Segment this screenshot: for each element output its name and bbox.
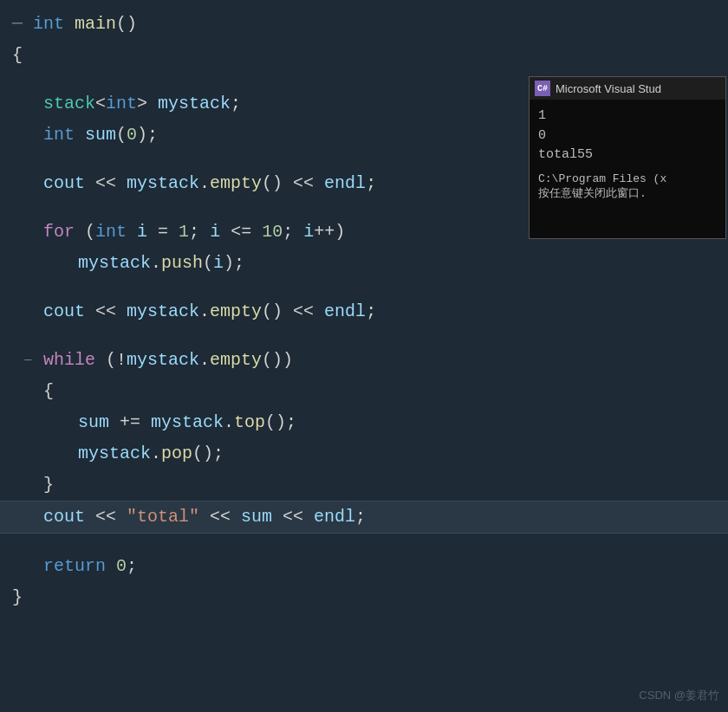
console-app-icon: C# (535, 81, 550, 96)
console-path: C:\Program Files (x (538, 172, 717, 185)
code-line-push: mystack.push(i); (0, 248, 728, 279)
fold-icon: ─ (12, 9, 33, 40)
code-line-blank4 (0, 279, 728, 296)
console-output-3: total55 (538, 146, 717, 165)
code-line-sum-plus: sum += mystack.top(); (0, 407, 728, 438)
code-line-blank5 (0, 327, 728, 345)
code-editor: C# Microsoft Visual Stud 1 0 total55 C:\… (0, 0, 728, 712)
console-title: Microsoft Visual Stud (556, 82, 661, 95)
console-popup: C# Microsoft Visual Stud 1 0 total55 C:\… (529, 76, 726, 239)
code-line-blank6 (0, 534, 728, 551)
code-line-while-open: { (0, 376, 728, 407)
code-line-return: return 0; (0, 551, 728, 582)
code-line-cout3: cout << "total" << sum << endl; (0, 502, 728, 534)
console-titlebar: C# Microsoft Visual Stud (530, 77, 725, 100)
code-line-while: ─ while (!mystack.empty()) (0, 345, 728, 376)
code-line-open-brace: { (0, 40, 728, 71)
console-body: 1 0 total55 C:\Program Files (x 按任意键关闭此窗… (530, 100, 725, 238)
code-line-pop: mystack.pop(); (0, 438, 728, 469)
code-line-cout2: cout << mystack.empty() << endl; (0, 296, 728, 327)
code-line-close-brace: } (0, 582, 728, 613)
while-fold-icon: ─ (24, 345, 39, 376)
console-output-1: 1 (538, 107, 717, 126)
console-output-2: 0 (538, 126, 717, 146)
console-close-hint: 按任意键关闭此窗口. (538, 185, 717, 201)
watermark: CSDN @姜君竹 (639, 688, 719, 703)
code-line-main-decl: ─ int main() (0, 9, 728, 40)
code-line-while-close: } (0, 469, 728, 502)
